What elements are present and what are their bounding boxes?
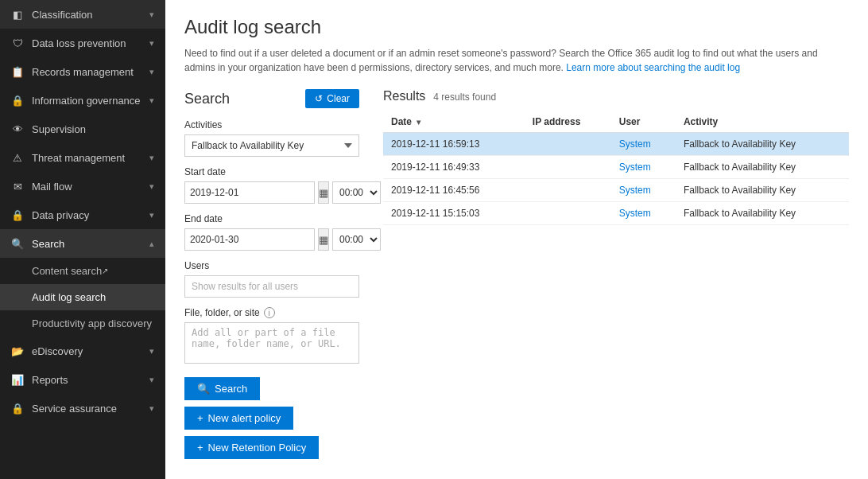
sidebar-item-reports[interactable]: 📊 Reports ▾ (0, 365, 165, 394)
start-date-row: ▦ 00:00 (184, 181, 359, 204)
sidebar-item-left: 🔒 Data privacy (11, 208, 89, 221)
end-date-calendar-button[interactable]: ▦ (318, 228, 329, 251)
threat-management-icon: ⚠ (11, 151, 24, 164)
sidebar-item-data-loss-prevention[interactable]: 🛡 Data loss prevention ▾ (0, 29, 165, 57)
cell-date-0: 2019-12-11 16:59:13 (383, 133, 525, 156)
user-link-3[interactable]: System (619, 208, 651, 219)
sidebar-item-left: 📋 Records management (11, 65, 134, 78)
records-management-icon: 📋 (11, 65, 24, 78)
start-time-select[interactable]: 00:00 (332, 181, 381, 204)
sidebar-item-left: 🛡 Data loss prevention (11, 37, 126, 49)
chevron-ediscovery: ▾ (149, 346, 154, 356)
user-link-2[interactable]: System (619, 185, 651, 196)
file-folder-group: File, folder, or site i (184, 307, 359, 366)
sidebar-item-label-classification: Classification (32, 9, 93, 21)
search-btn-icon: 🔍 (197, 383, 210, 395)
results-table-head: Date ▾ IP address User Activity (383, 111, 849, 133)
sidebar-item-left: 🔍 Search (11, 237, 64, 250)
col-header-activity: Activity (676, 111, 849, 133)
sidebar-sub-label-content-search: Content search (32, 265, 102, 277)
col-header-ip: IP address (525, 111, 611, 133)
table-row[interactable]: 2019-12-11 16:59:13 System Fallback to A… (383, 133, 849, 156)
sidebar-item-label-reports: Reports (32, 374, 68, 386)
sidebar-item-information-governance[interactable]: 🔒 Information governance ▾ (0, 86, 165, 115)
users-input[interactable] (184, 275, 359, 298)
sidebar-item-left: ◧ Classification (11, 8, 93, 21)
sidebar-item-search[interactable]: 🔍 Search ▴ (0, 229, 165, 258)
sidebar-item-service-assurance[interactable]: 🔒 Service assurance ▾ (0, 394, 165, 423)
sidebar-sub-item-productivity-app-discovery[interactable]: Productivity app discovery (0, 310, 165, 337)
sidebar-item-classification[interactable]: ◧ Classification ▾ (0, 0, 165, 29)
service-assurance-icon: 🔒 (11, 402, 24, 415)
sidebar-item-mail-flow[interactable]: ✉ Mail flow ▾ (0, 172, 165, 201)
table-row[interactable]: 2019-12-11 16:45:56 System Fallback to A… (383, 179, 849, 202)
user-link-0[interactable]: System (619, 138, 651, 150)
sort-icon-date: ▾ (417, 118, 420, 127)
clear-button[interactable]: ↺ Clear (305, 89, 359, 108)
table-row[interactable]: 2019-12-11 15:15:03 System Fallback to A… (383, 202, 849, 225)
cell-date-3: 2019-12-11 15:15:03 (383, 202, 525, 225)
sidebar-item-supervision[interactable]: 👁 Supervision (0, 115, 165, 143)
activities-group: Activities Fallback to Availability Key (184, 119, 359, 157)
cell-activity-3: Fallback to Availability Key (676, 202, 849, 225)
sidebar-item-label-ediscovery: eDiscovery (32, 345, 83, 357)
clear-icon: ↺ (315, 93, 323, 104)
sidebar-sub-item-audit-log-search[interactable]: Audit log search (0, 284, 165, 310)
page-description: Need to find out if a user deleted a doc… (184, 46, 820, 75)
activities-select[interactable]: Fallback to Availability Key (184, 134, 359, 157)
main-content: Audit log search Need to find out if a u… (165, 0, 868, 479)
sidebar-item-left: 📊 Reports (11, 373, 68, 386)
sidebar: ◧ Classification ▾ 🛡 Data loss preventio… (0, 0, 165, 479)
results-table-header-row: Date ▾ IP address User Activity (383, 111, 849, 133)
sidebar-item-label-data-loss-prevention: Data loss prevention (32, 37, 126, 49)
results-header: Results 4 results found (383, 89, 849, 103)
user-link-1[interactable]: System (619, 162, 651, 173)
cell-ip-3 (525, 202, 611, 225)
start-date-calendar-button[interactable]: ▦ (318, 181, 329, 204)
info-icon[interactable]: i (264, 307, 275, 318)
end-time-select[interactable]: 00:00 (332, 228, 381, 251)
file-folder-label-row: File, folder, or site i (184, 307, 359, 318)
sidebar-item-left: 🔒 Information governance (11, 94, 141, 107)
end-date-input[interactable] (184, 228, 315, 251)
sidebar-sub-item-content-search[interactable]: Content search ↗ (0, 258, 165, 284)
end-date-row: ▦ 00:00 (184, 228, 359, 251)
results-panel: Results 4 results found Date ▾ IP addres… (383, 89, 849, 465)
search-button[interactable]: 🔍 Search (184, 377, 260, 400)
sidebar-item-label-supervision: Supervision (32, 123, 86, 135)
file-folder-label: File, folder, or site (184, 307, 260, 318)
new-retention-policy-button[interactable]: + New Retention Policy (184, 436, 319, 459)
sidebar-item-data-privacy[interactable]: 🔒 Data privacy ▾ (0, 201, 165, 229)
new-alert-policy-button[interactable]: + New alert policy (184, 407, 293, 430)
col-ip-label: IP address (533, 116, 580, 127)
end-date-group: End date ▦ 00:00 (184, 213, 359, 251)
end-date-label: End date (184, 213, 359, 224)
table-row[interactable]: 2019-12-11 16:49:33 System Fallback to A… (383, 156, 849, 179)
mail-flow-icon: ✉ (11, 180, 24, 193)
chevron-classification: ▾ (149, 10, 154, 20)
sidebar-item-threat-management[interactable]: ⚠ Threat management ▾ (0, 143, 165, 172)
file-folder-textarea[interactable] (184, 322, 359, 364)
ediscovery-icon: 📂 (11, 345, 24, 357)
sidebar-item-left: 📂 eDiscovery (11, 345, 83, 357)
results-title: Results (383, 89, 425, 103)
sidebar-item-label-mail-flow: Mail flow (32, 181, 72, 193)
page-title: Audit log search (184, 16, 849, 38)
sidebar-item-ediscovery[interactable]: 📂 eDiscovery ▾ (0, 337, 165, 365)
results-count: 4 results found (433, 92, 496, 103)
sidebar-item-records-management[interactable]: 📋 Records management ▾ (0, 57, 165, 86)
chevron-service-assurance: ▾ (149, 403, 154, 414)
results-table: Date ▾ IP address User Activity (383, 111, 849, 225)
start-date-input[interactable] (184, 181, 315, 204)
search-panel-header: Search ↺ Clear (184, 89, 359, 108)
new-alert-policy-label: New alert policy (208, 412, 281, 424)
cell-date-1: 2019-12-11 16:49:33 (383, 156, 525, 179)
calendar-icon-2: ▦ (319, 234, 328, 246)
cell-activity-1: Fallback to Availability Key (676, 156, 849, 179)
classification-icon: ◧ (11, 8, 24, 21)
information-governance-icon: 🔒 (11, 94, 24, 107)
learn-more-link[interactable]: Learn more about searching the audit log (566, 62, 740, 73)
supervision-icon: 👁 (11, 123, 24, 135)
chevron-data-privacy: ▾ (149, 210, 154, 220)
chevron-information-governance: ▾ (149, 95, 154, 106)
